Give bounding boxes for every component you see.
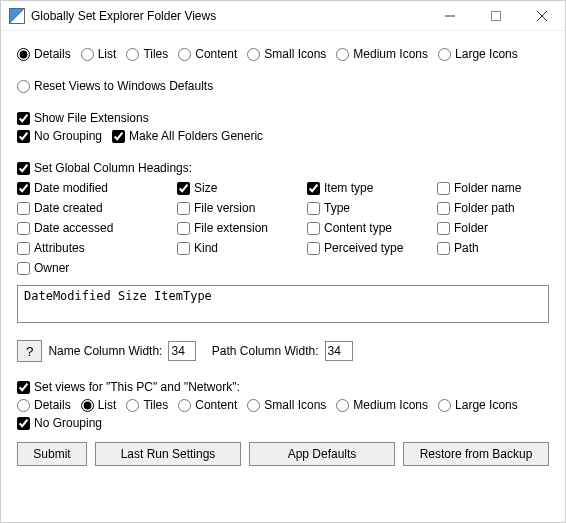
reset-views-label: Reset Views to Windows Defaults bbox=[34, 79, 213, 93]
reset-views-radio[interactable]: Reset Views to Windows Defaults bbox=[17, 79, 213, 93]
name-width-input[interactable] bbox=[168, 341, 196, 361]
view-details-radio[interactable]: Details bbox=[17, 47, 71, 61]
generic-folders-checkbox[interactable]: Make All Folders Generic bbox=[112, 129, 263, 143]
column-size-checkbox[interactable]: Size bbox=[177, 181, 297, 195]
column-kind-checkbox[interactable]: Kind bbox=[177, 241, 297, 255]
app-icon bbox=[9, 8, 25, 24]
column-date-created-checkbox[interactable]: Date created bbox=[17, 201, 167, 215]
title-bar: Globally Set Explorer Folder Views bbox=[1, 1, 565, 31]
thispc-toggle-checkbox[interactable]: Set views for "This PC" and "Network": bbox=[17, 380, 240, 394]
view-tiles-radio[interactable]: Tiles bbox=[126, 47, 168, 61]
restore-backup-button[interactable]: Restore from Backup bbox=[403, 442, 549, 466]
view-medium-icons-radio[interactable]: Medium Icons bbox=[336, 47, 428, 61]
thispc-view-content-radio[interactable]: Content bbox=[178, 398, 237, 412]
thispc-view-list-radio[interactable]: List bbox=[81, 398, 117, 412]
close-button[interactable] bbox=[519, 1, 565, 31]
column-content-type-checkbox[interactable]: Content type bbox=[307, 221, 427, 235]
help-button[interactable]: ? bbox=[17, 340, 42, 362]
svg-rect-1 bbox=[492, 11, 501, 20]
name-width-label: Name Column Width: bbox=[48, 344, 162, 358]
thispc-view-tiles-radio[interactable]: Tiles bbox=[126, 398, 168, 412]
path-width-input[interactable] bbox=[325, 341, 353, 361]
column-attributes-checkbox[interactable]: Attributes bbox=[17, 241, 167, 255]
column-type-checkbox[interactable]: Type bbox=[307, 201, 427, 215]
column-file-extension-checkbox[interactable]: File extension bbox=[177, 221, 297, 235]
column-file-version-checkbox[interactable]: File version bbox=[177, 201, 297, 215]
column-folder-path-checkbox[interactable]: Folder path bbox=[437, 201, 557, 215]
column-date-modified-checkbox[interactable]: Date modified bbox=[17, 181, 167, 195]
column-date-accessed-checkbox[interactable]: Date accessed bbox=[17, 221, 167, 235]
show-extensions-checkbox[interactable]: Show File Extensions bbox=[17, 111, 149, 125]
app-defaults-button[interactable]: App Defaults bbox=[249, 442, 395, 466]
view-content-radio[interactable]: Content bbox=[178, 47, 237, 61]
thispc-view-small-icons-radio[interactable]: Small Icons bbox=[247, 398, 326, 412]
thispc-view-large-icons-radio[interactable]: Large Icons bbox=[438, 398, 518, 412]
window-title: Globally Set Explorer Folder Views bbox=[31, 9, 216, 23]
columns-string-input[interactable] bbox=[17, 285, 549, 323]
view-list-radio[interactable]: List bbox=[81, 47, 117, 61]
global-columns-checkbox[interactable]: Set Global Column Headings: bbox=[17, 161, 192, 175]
thispc-view-details-radio[interactable]: Details bbox=[17, 398, 71, 412]
view-large-icons-radio[interactable]: Large Icons bbox=[438, 47, 518, 61]
thispc-view-group: DetailsListTilesContentSmall IconsMedium… bbox=[17, 398, 549, 412]
column-item-type-checkbox[interactable]: Item type bbox=[307, 181, 427, 195]
column-perceived-type-checkbox[interactable]: Perceived type bbox=[307, 241, 427, 255]
column-folder-checkbox[interactable]: Folder bbox=[437, 221, 557, 235]
thispc-view-medium-icons-radio[interactable]: Medium Icons bbox=[336, 398, 428, 412]
last-run-button[interactable]: Last Run Settings bbox=[95, 442, 241, 466]
thispc-nogrouping-checkbox[interactable]: No Grouping bbox=[17, 416, 102, 430]
footer-buttons: Submit Last Run Settings App Defaults Re… bbox=[17, 442, 549, 466]
column-folder-name-checkbox[interactable]: Folder name bbox=[437, 181, 557, 195]
column-path-checkbox[interactable]: Path bbox=[437, 241, 557, 255]
column-owner-checkbox[interactable]: Owner bbox=[17, 261, 167, 275]
path-width-label: Path Column Width: bbox=[212, 344, 319, 358]
no-grouping-checkbox[interactable]: No Grouping bbox=[17, 129, 102, 143]
columns-grid: Date modifiedSizeItem typeFolder nameDat… bbox=[17, 181, 549, 275]
maximize-button[interactable] bbox=[473, 1, 519, 31]
minimize-button[interactable] bbox=[427, 1, 473, 31]
view-mode-group: DetailsListTilesContentSmall IconsMedium… bbox=[17, 47, 549, 61]
submit-button[interactable]: Submit bbox=[17, 442, 87, 466]
view-small-icons-radio[interactable]: Small Icons bbox=[247, 47, 326, 61]
